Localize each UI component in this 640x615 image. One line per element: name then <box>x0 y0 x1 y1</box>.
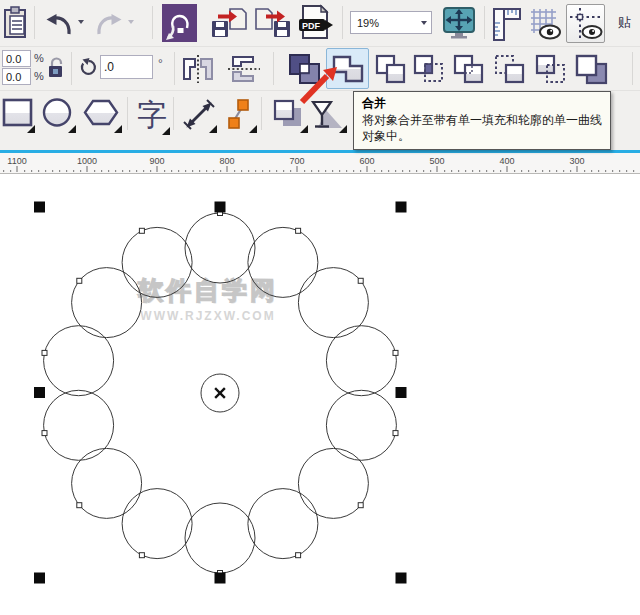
object-node[interactable] <box>393 350 398 355</box>
object-node[interactable] <box>77 503 82 508</box>
object-node[interactable] <box>139 553 144 558</box>
guidelines-toggle-icon <box>568 6 604 42</box>
selection-handle[interactable] <box>396 387 407 398</box>
tooltip-title: 合并 <box>362 95 602 112</box>
drawing-canvas[interactable]: 软件自学网 WWW.RJZXW.COM <box>0 174 640 615</box>
pan-screen-button[interactable] <box>442 6 476 40</box>
polygon-tool-button[interactable] <box>82 96 122 133</box>
lock-ratio-button[interactable] <box>46 55 64 79</box>
import-icon <box>210 7 248 39</box>
selection-handle[interactable] <box>215 573 226 584</box>
text-tool-button[interactable]: 字 <box>134 94 170 135</box>
undo-dropdown-caret[interactable] <box>78 20 84 24</box>
flyout-indicator <box>249 125 257 133</box>
back-minus-front-icon <box>534 53 568 87</box>
flyout-indicator <box>114 125 122 133</box>
scale-h-field[interactable] <box>2 50 31 67</box>
boundary-button[interactable] <box>572 51 612 89</box>
trim-icon <box>374 53 408 87</box>
separator <box>261 97 262 130</box>
svg-text:700: 700 <box>289 156 304 166</box>
flyout-indicator <box>68 125 76 133</box>
selection-handle[interactable] <box>215 202 226 213</box>
zoom-level-combo[interactable]: 19% <box>350 11 432 34</box>
dimension-tool-button[interactable] <box>181 96 217 133</box>
guidelines-toggle-button[interactable] <box>566 4 605 43</box>
separator <box>152 6 153 39</box>
rotation-field[interactable] <box>100 55 153 79</box>
back-minus-front-button[interactable] <box>532 51 570 89</box>
app-launcher-icon <box>162 4 197 42</box>
intersect-button[interactable] <box>410 51 448 89</box>
ring-circle[interactable] <box>248 489 318 559</box>
selection-handle[interactable] <box>34 202 45 213</box>
rectangle-tool-button[interactable] <box>2 96 35 133</box>
ring-circle[interactable] <box>122 227 192 297</box>
drop-shadow-tool-button[interactable] <box>270 96 308 133</box>
publish-pdf-button[interactable]: PDF <box>298 4 334 42</box>
weld-icon <box>331 53 365 85</box>
object-node[interactable] <box>139 228 144 233</box>
mirror-vertical-icon <box>227 54 261 84</box>
combine-button[interactable] <box>285 51 323 87</box>
ring-circle[interactable] <box>326 326 396 396</box>
svg-text:300: 300 <box>569 156 584 166</box>
ellipse-tool-button[interactable] <box>41 96 76 133</box>
simplify-button[interactable] <box>450 51 488 89</box>
ring-circle[interactable] <box>44 390 114 460</box>
scale-v-field[interactable] <box>2 68 31 85</box>
scale-h-unit: % <box>34 52 44 64</box>
selection-handle[interactable] <box>396 573 407 584</box>
selected-circle-ring[interactable] <box>0 174 640 615</box>
ring-circle[interactable] <box>248 227 318 297</box>
weld-button[interactable] <box>326 48 369 89</box>
combine-icon <box>286 52 322 86</box>
boundary-icon <box>574 53 610 87</box>
rotate-button[interactable] <box>78 57 98 77</box>
export-icon <box>254 7 292 39</box>
object-node[interactable] <box>393 431 398 436</box>
scale-v-unit: % <box>34 70 44 82</box>
ring-circle[interactable] <box>326 390 396 460</box>
connector-tool-button[interactable] <box>221 96 257 133</box>
object-node[interactable] <box>358 278 363 283</box>
ring-circle[interactable] <box>185 503 255 573</box>
transparency-tool-button[interactable] <box>309 96 347 133</box>
paste-button[interactable] <box>2 5 30 41</box>
svg-text:500: 500 <box>429 156 444 166</box>
ring-circle[interactable] <box>185 213 255 283</box>
zoom-dropdown-caret[interactable] <box>417 21 431 25</box>
trim-button[interactable] <box>372 51 409 89</box>
flyout-indicator <box>209 125 217 133</box>
svg-text:900: 900 <box>149 156 164 166</box>
separator <box>174 52 175 85</box>
undo-button[interactable] <box>44 9 74 37</box>
selection-handle[interactable] <box>396 202 407 213</box>
svg-text:1100: 1100 <box>7 156 26 166</box>
app-launcher-button[interactable] <box>162 4 197 42</box>
grid-toggle-button[interactable] <box>528 5 563 42</box>
snap-to-label[interactable]: 贴 <box>618 14 631 32</box>
pan-screen-icon <box>442 6 476 40</box>
ruler-scale: 11001000900800700600500400300 <box>0 153 640 173</box>
ring-circle[interactable] <box>44 326 114 396</box>
object-node[interactable] <box>296 228 301 233</box>
rulers-toggle-button[interactable] <box>491 5 523 42</box>
object-node[interactable] <box>42 350 47 355</box>
horizontal-ruler[interactable]: 11001000900800700600500400300 <box>0 153 640 174</box>
import-button[interactable] <box>210 6 248 40</box>
object-node[interactable] <box>358 503 363 508</box>
mirror-vertical-button[interactable] <box>227 53 261 85</box>
object-node[interactable] <box>77 278 82 283</box>
object-node[interactable] <box>42 431 47 436</box>
selection-handle[interactable] <box>34 573 45 584</box>
redo-dropdown-caret[interactable] <box>128 20 134 24</box>
object-node[interactable] <box>296 553 301 558</box>
mirror-horizontal-button[interactable] <box>181 53 215 85</box>
redo-button[interactable] <box>94 9 124 37</box>
selection-handle[interactable] <box>34 387 45 398</box>
export-button[interactable] <box>254 6 292 40</box>
ring-circle[interactable] <box>122 489 192 559</box>
front-minus-back-button[interactable] <box>491 51 529 89</box>
mirror-horizontal-icon <box>181 54 215 84</box>
